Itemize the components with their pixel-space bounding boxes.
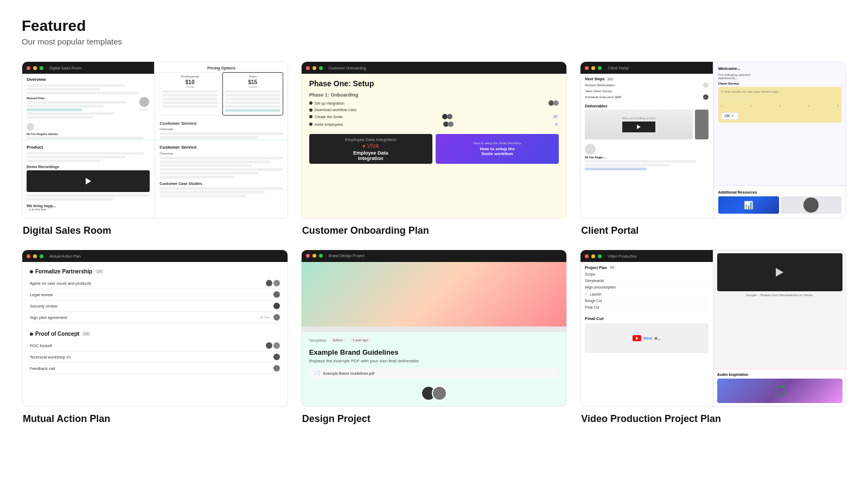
cop-thumbnails: Employee Data Integration ♥ VIVA Employe… (309, 134, 559, 164)
map-section-poc: Proof of Concept 0/5 POC Kickoff Technic… (30, 331, 280, 374)
card-label-cop: Customer Onboarding Plan (301, 225, 567, 236)
cop-content: Phase One: Setup Phase 1: Onboarding Set… (302, 74, 567, 218)
vp-audio-panel: Audio Inspiration 🎵 (714, 369, 846, 406)
card-design-project[interactable]: Brand Design Project Templates Edition 1… (301, 250, 567, 425)
cop-bar-title: Customer Onboarding (329, 66, 366, 70)
vp-video-panel: Google – Shapes from Manewtkühe on Vimeo… (714, 250, 846, 368)
cop-phase-title: Phase One: Setup (309, 79, 559, 88)
vp-right-panel: Google – Shapes from Manewtkühe on Vimeo… (714, 250, 846, 406)
card-digital-sales-room[interactable]: Digital Sales Room Overview Mutual Plan (22, 61, 288, 236)
dp-guidelines-title: Example Brand Guidelines (309, 348, 559, 356)
card-preview-vp: Video Production Project Plan 0/6 Scope … (580, 250, 846, 407)
cop-bar: Customer Onboarding (302, 62, 567, 74)
card-label-vp: Video Production Project Plan (580, 413, 846, 425)
card-label-cp: Client Portal (580, 225, 846, 236)
card-video-production[interactable]: Video Production Project Plan 0/6 Scope … (580, 250, 846, 425)
card-label-dsr: Digital Sales Room (22, 225, 288, 236)
templates-grid: Digital Sales Room Overview Mutual Plan (22, 61, 846, 425)
map-poc-title: Proof of Concept (35, 331, 79, 337)
dp-avatar-2 (432, 386, 447, 401)
dsr-product-panel: Product Demo Recordings We bring happ...… (22, 140, 154, 218)
card-label-dp: Design Project (301, 413, 567, 425)
card-preview-dp: Brand Design Project Templates Edition 1… (301, 250, 567, 407)
dsr-pricing-panel: Pricing Options Professional $10 /month (155, 62, 287, 139)
cp-left-panel: Client Portal Next Steps 0/3 Review Deli… (580, 62, 712, 218)
card-client-portal[interactable]: Client Portal Next Steps 0/3 Review Deli… (580, 61, 846, 236)
page-title: Featured (22, 17, 846, 35)
dsr-pricing-title: Pricing Options (159, 66, 283, 70)
dp-bar: Brand Design Project (302, 250, 567, 262)
dp-guidelines-desc: Replace the example PDF with your own fi… (309, 359, 559, 363)
dsr-overview-title: Overview (27, 77, 150, 82)
card-preview-dsr: Digital Sales Room Overview Mutual Plan (22, 61, 288, 219)
card-preview-cop: Customer Onboarding Phase One: Setup Pha… (301, 61, 567, 219)
card-preview-map: Mutual Action Plan Formalize Partnership… (22, 250, 288, 407)
dp-gradient (302, 262, 567, 327)
vp-left-panel: Video Production Project Plan 0/6 Scope … (580, 250, 712, 406)
dp-file-name: Example Brand Guidelines.pdf (323, 372, 375, 375)
dp-file-row: 📄 Example Brand Guidelines.pdf (309, 368, 559, 379)
dp-content: Templates Edition 1 year ago Example Bra… (302, 332, 567, 406)
map-content: Formalize Partnership 2/4 Agree on user … (22, 262, 288, 406)
dsr-cs-panel: Customer Service Overview Customer Case … (155, 140, 287, 218)
map-formalize-title: Formalize Partnership (35, 268, 92, 274)
card-preview-cp: Client Portal Next Steps 0/3 Review Deli… (580, 61, 846, 219)
card-label-map: Mutual Action Plan (22, 413, 288, 425)
card-mutual-action-plan[interactable]: Mutual Action Plan Formalize Partnership… (22, 250, 288, 425)
page-header: Featured Our most popular templates (22, 17, 846, 46)
page-subtitle: Our most popular templates (22, 37, 846, 46)
card-customer-onboarding[interactable]: Customer Onboarding Phase One: Setup Pha… (301, 61, 567, 236)
vp-audio-title: Audio Inspiration (717, 373, 843, 376)
dp-avatars (309, 386, 559, 401)
map-bar: Mutual Action Plan (22, 250, 288, 262)
cp-right-panel: Welcome... The following selecteddashboa… (714, 62, 846, 218)
dsr-overview-panel: Digital Sales Room Overview Mutual Plan (22, 62, 154, 139)
map-section-formalize: Formalize Partnership 2/4 Agree on user … (30, 268, 280, 323)
dsr-bar-title: Digital Sales Room (49, 66, 82, 70)
